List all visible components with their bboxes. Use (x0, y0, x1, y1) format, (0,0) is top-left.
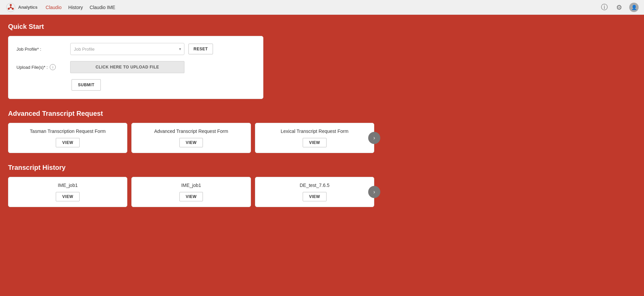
history-card-0: IME_job1 VIEW (8, 177, 127, 207)
job-profile-controls: Job Profile ▾ RESET (70, 43, 255, 55)
history-card-1-view-btn[interactable]: VIEW (179, 192, 203, 201)
advanced-card-0-title: Tasman Transcription Request Form (30, 129, 106, 134)
advanced-card-2: Lexical Transcript Request Form VIEW (255, 123, 374, 153)
nav-link-claudio[interactable]: Claudio (46, 5, 61, 10)
help-icon[interactable]: ⓘ (600, 3, 609, 12)
job-profile-label: Job Profile* : (16, 47, 70, 52)
history-card-2-view-btn[interactable]: VIEW (303, 192, 327, 201)
advanced-card-2-title: Lexical Transcript Request Form (281, 129, 349, 134)
advanced-transcript-title: Advanced Transcript Request (8, 110, 636, 117)
quick-start-card: Job Profile* : Job Profile ▾ RESET Uploa… (8, 36, 263, 99)
svg-point-4 (10, 6, 12, 8)
advanced-card-2-view-btn[interactable]: VIEW (303, 138, 327, 147)
brand-text: Analytics (18, 5, 38, 10)
submit-button[interactable]: SUBMIT (72, 79, 101, 91)
job-profile-select-wrapper: Job Profile ▾ (70, 43, 184, 55)
history-card-2: DE_test_7.6.5 VIEW (255, 177, 374, 207)
history-card-1: IME_job1 VIEW (131, 177, 251, 207)
advanced-transcript-next-button[interactable]: › (368, 132, 380, 144)
settings-icon[interactable]: ⚙ (614, 3, 624, 12)
advanced-card-0-view-btn[interactable]: VIEW (56, 138, 80, 147)
transcript-history-next-button[interactable]: › (368, 186, 380, 198)
nav-links: Claudio History Claudio IME (46, 5, 600, 10)
advanced-card-0: Tasman Transcription Request Form VIEW (8, 123, 127, 153)
upload-file-button[interactable]: CLICK HERE TO UPLOAD FILE (70, 61, 184, 73)
submit-row: SUBMIT (16, 79, 255, 91)
submit-controls: SUBMIT (70, 79, 255, 91)
loom-logo (5, 2, 16, 13)
upload-row: Upload File(s)* : i CLICK HERE TO UPLOAD… (16, 61, 255, 73)
main-content: Quick Start Job Profile* : Job Profile ▾… (0, 15, 644, 226)
quick-start-title: Quick Start (8, 23, 636, 31)
nav-link-history[interactable]: History (68, 5, 83, 10)
advanced-card-1-view-btn[interactable]: VIEW (179, 138, 203, 147)
history-card-1-title: IME_job1 (181, 183, 201, 188)
advanced-card-1: Advanced Transcript Request Form VIEW (131, 123, 251, 153)
navbar-icons: ⓘ ⚙ 👤 (600, 3, 639, 12)
upload-label-text: Upload File(s)* : (16, 65, 48, 70)
navbar: Analytics Claudio History Claudio IME ⓘ … (0, 0, 644, 15)
nav-link-claudio-ime[interactable]: Claudio IME (90, 5, 115, 10)
reset-button[interactable]: RESET (188, 44, 213, 54)
history-card-0-view-btn[interactable]: VIEW (56, 192, 80, 201)
history-card-0-title: IME_job1 (58, 183, 78, 188)
upload-controls: CLICK HERE TO UPLOAD FILE (70, 61, 255, 73)
advanced-transcript-cards: Tasman Transcription Request Form VIEW A… (8, 123, 374, 153)
upload-label: Upload File(s)* : i (16, 64, 70, 70)
brand: Analytics (5, 2, 38, 13)
info-icon[interactable]: i (50, 64, 56, 70)
job-profile-row: Job Profile* : Job Profile ▾ RESET (16, 43, 255, 55)
user-icon[interactable]: 👤 (629, 3, 639, 12)
transcript-history-title: Transcript History (8, 164, 636, 171)
history-card-2-title: DE_test_7.6.5 (300, 183, 330, 188)
job-profile-select[interactable]: Job Profile (70, 43, 184, 55)
advanced-card-1-title: Advanced Transcript Request Form (154, 129, 228, 134)
transcript-history-cards: IME_job1 VIEW IME_job1 VIEW DE_test_7.6.… (8, 177, 374, 207)
